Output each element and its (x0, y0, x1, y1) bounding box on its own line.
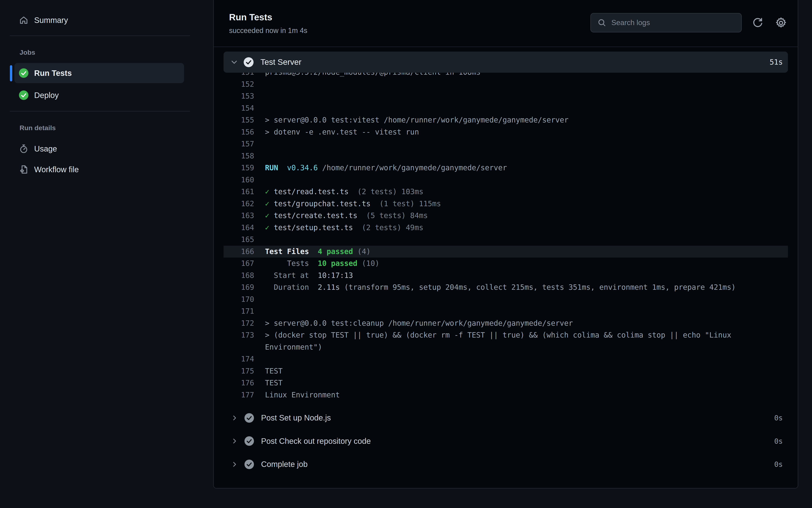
line-number[interactable]: 165 (224, 234, 254, 246)
log-text: Duration 2.11s (transform 95ms, setup 20… (265, 283, 736, 292)
log-text: Environment") (265, 343, 322, 351)
log-row: 160 (224, 174, 788, 186)
line-number[interactable]: 159 (224, 162, 254, 174)
sidebar: Summary Jobs Run Tests Deploy Run detail… (0, 0, 213, 508)
log-text: > server@0.0.0 test:cleanup /home/runner… (265, 319, 573, 328)
log-text: ✓ test/read.test.ts (2 tests) 103ms (265, 187, 423, 196)
line-number[interactable]: 153 (224, 90, 254, 102)
log-text: TEST (265, 379, 282, 387)
log-row: 170 (224, 294, 788, 305)
log-row: 175TEST (224, 365, 788, 377)
log-text: ✓ test/groupchat.test.ts (1 test) 115ms (265, 200, 441, 208)
line-number[interactable]: 170 (224, 294, 254, 305)
log-row: 174 (224, 353, 788, 365)
log-step-row[interactable]: Complete job0s (224, 453, 788, 476)
log-row: 163✓ test/create.test.ts (5 tests) 84ms (224, 210, 788, 222)
line-number[interactable]: 162 (224, 198, 254, 210)
line-number[interactable]: 176 (224, 377, 254, 389)
line-number[interactable]: 166 (224, 246, 254, 258)
log-row: 162✓ test/groupchat.test.ts (1 test) 115… (224, 198, 788, 210)
log-row: 152 (224, 78, 788, 90)
sidebar-item-run-tests[interactable]: Run Tests (14, 63, 184, 83)
sidebar-item-label: Workflow file (34, 165, 79, 174)
line-number[interactable]: 163 (224, 210, 254, 222)
success-check-icon (244, 57, 254, 67)
step-duration: 0s (774, 414, 783, 422)
line-number[interactable]: 168 (224, 269, 254, 282)
success-check-icon (244, 413, 254, 423)
log-text: Tests 10 passed (10) (265, 259, 379, 268)
log-row: 159RUN v0.34.6 /home/runner/work/ganymed… (224, 162, 788, 174)
line-number[interactable]: 177 (224, 389, 254, 401)
sidebar-item-label: Usage (34, 144, 57, 153)
log-row: 155> server@0.0.0 test:vitest /home/runn… (224, 114, 788, 126)
log-row: 165 (224, 234, 788, 246)
settings-gear-button[interactable] (775, 16, 788, 29)
log-step-row[interactable]: Post Check out repository code0s (224, 430, 788, 453)
log-row: 176TEST (224, 377, 788, 389)
log-row: 177Linux Environment (224, 389, 788, 401)
refresh-button[interactable] (752, 16, 765, 29)
line-number[interactable]: 152 (224, 78, 254, 90)
sidebar-item-label: Summary (34, 16, 68, 25)
jobs-section-header: Jobs (19, 49, 35, 56)
line-number[interactable]: 167 (224, 258, 254, 269)
log-row: Environment") (224, 341, 788, 353)
log-row: 168 Start at 10:17:13 (224, 269, 788, 282)
line-number[interactable]: 157 (224, 138, 254, 150)
log-text: Test Files 4 passed (4) (265, 247, 371, 256)
log-text: Start at 10:17:13 (265, 271, 353, 280)
line-number[interactable]: 156 (224, 126, 254, 138)
line-number[interactable]: 171 (224, 305, 254, 318)
collapsed-steps: Post Set up Node.js0sPost Check out repo… (224, 406, 788, 476)
step-duration: 51s (770, 58, 783, 67)
success-check-icon (244, 436, 254, 446)
run-details-section-header: Run details (19, 124, 56, 132)
chevron-right-icon (231, 438, 238, 444)
line-number[interactable]: 174 (224, 353, 254, 365)
chevron-right-icon (231, 415, 238, 421)
search-input[interactable] (612, 18, 732, 27)
log-group-header-test-server[interactable]: Test Server 51s (224, 51, 788, 73)
line-number[interactable]: 173 (224, 329, 254, 341)
sidebar-item-workflow-file[interactable]: Workflow file (14, 159, 184, 179)
sidebar-item-usage[interactable]: Usage (14, 139, 184, 159)
log-text: > dotenv -e .env.test -- vitest run (265, 128, 419, 136)
log-row: 171 (224, 305, 788, 318)
line-number[interactable]: 175 (224, 365, 254, 377)
search-icon (597, 18, 606, 27)
sidebar-divider (10, 111, 190, 112)
log-text: RUN v0.34.6 /home/runner/work/ganymede/g… (265, 164, 507, 172)
step-duration: 0s (774, 460, 783, 468)
log-text: > (docker stop TEST || true) && (docker … (265, 331, 731, 339)
line-number[interactable]: 155 (224, 114, 254, 126)
sidebar-item-deploy[interactable]: Deploy (14, 85, 184, 105)
page-title: Run Tests (229, 12, 272, 23)
step-label: Post Set up Node.js (261, 413, 331, 422)
log-row: 153 (224, 90, 788, 102)
log-text: ✓ test/create.test.ts (5 tests) 84ms (265, 211, 428, 220)
log-text: TEST (265, 367, 282, 375)
line-number[interactable]: 169 (224, 282, 254, 294)
log-row: 167 Tests 10 passed (10) (224, 258, 788, 269)
line-number[interactable]: 154 (224, 102, 254, 114)
log-step-row[interactable]: Post Set up Node.js0s (224, 406, 788, 430)
stopwatch-icon (19, 144, 29, 154)
step-duration: 0s (774, 437, 783, 445)
job-header: Run Tests succeeded now in 1m 4s (214, 0, 798, 47)
home-icon (19, 15, 29, 25)
line-number[interactable]: 158 (224, 150, 254, 162)
line-number[interactable]: 160 (224, 174, 254, 186)
success-check-icon (19, 90, 29, 100)
line-number[interactable]: 172 (224, 318, 254, 330)
line-number[interactable]: 164 (224, 222, 254, 234)
log-row: 172> server@0.0.0 test:cleanup /home/run… (224, 318, 788, 330)
log-text: ✓ test/setup.test.ts (2 tests) 49ms (265, 223, 423, 232)
step-label: Complete job (261, 460, 308, 469)
sidebar-item-summary[interactable]: Summary (14, 10, 184, 30)
code-file-icon (19, 165, 29, 174)
log-lines: 151prisma@5.5.2/node_modules/@prisma/cli… (224, 67, 788, 401)
sidebar-item-label: Deploy (34, 91, 59, 100)
line-number[interactable]: 161 (224, 186, 254, 198)
search-logs-box[interactable] (590, 13, 742, 32)
